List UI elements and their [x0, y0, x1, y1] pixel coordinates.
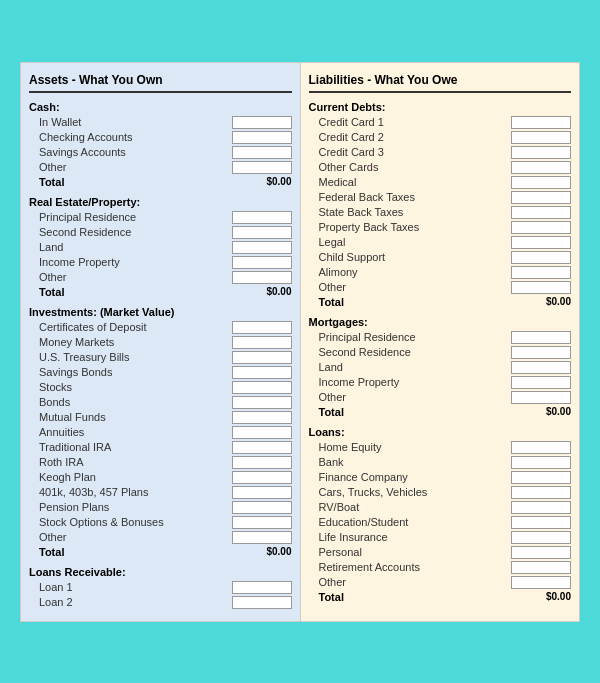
row-input-investments-4[interactable]: [232, 381, 292, 394]
row-input-mortgages-1[interactable]: [511, 346, 571, 359]
row-input-loans-3[interactable]: [511, 486, 571, 499]
row: Second Residence: [29, 226, 292, 239]
row-input-loans-8[interactable]: [511, 561, 571, 574]
row-input-current-debts-3[interactable]: [511, 161, 571, 174]
row-input-cash-2[interactable]: [232, 146, 292, 159]
row-input-investments-14[interactable]: [232, 531, 292, 544]
row-label: Roth IRA: [39, 456, 232, 468]
row-label: Bonds: [39, 396, 232, 408]
row-input-loans-receivable-0[interactable]: [232, 581, 292, 594]
row-input-real-estate-0[interactable]: [232, 211, 292, 224]
row-input-loans-0[interactable]: [511, 441, 571, 454]
total-value: $0.00: [232, 176, 292, 187]
row-input-loans-4[interactable]: [511, 501, 571, 514]
row-input-mortgages-2[interactable]: [511, 361, 571, 374]
row: Principal Residence: [309, 331, 572, 344]
row-input-investments-1[interactable]: [232, 336, 292, 349]
row-label: RV/Boat: [319, 501, 512, 513]
row-input-loans-2[interactable]: [511, 471, 571, 484]
row-label: Principal Residence: [39, 211, 232, 223]
row-label: Loan 1: [39, 581, 232, 593]
row-input-investments-9[interactable]: [232, 456, 292, 469]
row-label: Federal Back Taxes: [319, 191, 512, 203]
row-label: Income Property: [39, 256, 232, 268]
row-input-cash-0[interactable]: [232, 116, 292, 129]
row: Other: [309, 391, 572, 404]
row: Savings Bonds: [29, 366, 292, 379]
row: Finance Company: [309, 471, 572, 484]
row: Education/Student: [309, 516, 572, 529]
row-input-current-debts-11[interactable]: [511, 281, 571, 294]
row-label: Education/Student: [319, 516, 512, 528]
row-label: Pension Plans: [39, 501, 232, 513]
row-input-loans-7[interactable]: [511, 546, 571, 559]
row-input-investments-6[interactable]: [232, 411, 292, 424]
row: Checking Accounts: [29, 131, 292, 144]
row: Personal: [309, 546, 572, 559]
row: Alimony: [309, 266, 572, 279]
row-input-current-debts-0[interactable]: [511, 116, 571, 129]
section-loans-receivable: Loans Receivable:Loan 1Loan 2: [29, 566, 292, 609]
row-input-investments-2[interactable]: [232, 351, 292, 364]
row: Other: [29, 271, 292, 284]
row-input-mortgages-4[interactable]: [511, 391, 571, 404]
row-input-investments-3[interactable]: [232, 366, 292, 379]
total-value: $0.00: [511, 591, 571, 602]
row-input-cash-3[interactable]: [232, 161, 292, 174]
row-input-current-debts-7[interactable]: [511, 221, 571, 234]
row-input-real-estate-2[interactable]: [232, 241, 292, 254]
row-input-real-estate-1[interactable]: [232, 226, 292, 239]
row: Other: [309, 281, 572, 294]
row: Loan 2: [29, 596, 292, 609]
row: Mutual Funds: [29, 411, 292, 424]
row-label: Other: [319, 281, 512, 293]
assets-column: Assets - What You Own Cash:In WalletChec…: [21, 63, 301, 621]
row-label: Life Insurance: [319, 531, 512, 543]
row-label: Loan 2: [39, 596, 232, 608]
row-input-investments-7[interactable]: [232, 426, 292, 439]
row-input-loans-5[interactable]: [511, 516, 571, 529]
row-input-loans-9[interactable]: [511, 576, 571, 589]
row-label: State Back Taxes: [319, 206, 512, 218]
row: In Wallet: [29, 116, 292, 129]
row-input-cash-1[interactable]: [232, 131, 292, 144]
row-input-loans-6[interactable]: [511, 531, 571, 544]
row-input-investments-5[interactable]: [232, 396, 292, 409]
row-input-mortgages-3[interactable]: [511, 376, 571, 389]
row-input-current-debts-8[interactable]: [511, 236, 571, 249]
total-row-loans: Total$0.00: [309, 591, 572, 603]
row-input-loans-1[interactable]: [511, 456, 571, 469]
row-input-investments-11[interactable]: [232, 486, 292, 499]
total-label: Total: [39, 286, 64, 298]
row-input-current-debts-4[interactable]: [511, 176, 571, 189]
row-input-investments-0[interactable]: [232, 321, 292, 334]
row-label: Stocks: [39, 381, 232, 393]
row-label: Credit Card 3: [319, 146, 512, 158]
row: Bank: [309, 456, 572, 469]
row-input-mortgages-0[interactable]: [511, 331, 571, 344]
row-input-current-debts-10[interactable]: [511, 266, 571, 279]
row-input-investments-12[interactable]: [232, 501, 292, 514]
row-input-real-estate-4[interactable]: [232, 271, 292, 284]
row-input-current-debts-2[interactable]: [511, 146, 571, 159]
row-input-current-debts-6[interactable]: [511, 206, 571, 219]
row-input-current-debts-9[interactable]: [511, 251, 571, 264]
row-label: Other Cards: [319, 161, 512, 173]
row-label: Mutual Funds: [39, 411, 232, 423]
row: Cars, Trucks, Vehicles: [309, 486, 572, 499]
row-input-investments-13[interactable]: [232, 516, 292, 529]
liabilities-title: Liabilities - What You Owe: [309, 73, 572, 93]
row-input-current-debts-5[interactable]: [511, 191, 571, 204]
total-label: Total: [39, 546, 64, 558]
row-input-loans-receivable-1[interactable]: [232, 596, 292, 609]
row-input-real-estate-3[interactable]: [232, 256, 292, 269]
row-input-investments-8[interactable]: [232, 441, 292, 454]
row-label: Traditional IRA: [39, 441, 232, 453]
row-input-current-debts-1[interactable]: [511, 131, 571, 144]
total-label: Total: [319, 296, 344, 308]
section-investments: Investments: (Market Value)Certificates …: [29, 306, 292, 558]
row-input-investments-10[interactable]: [232, 471, 292, 484]
row-label: Credit Card 1: [319, 116, 512, 128]
row: 401k, 403b, 457 Plans: [29, 486, 292, 499]
total-label: Total: [319, 591, 344, 603]
